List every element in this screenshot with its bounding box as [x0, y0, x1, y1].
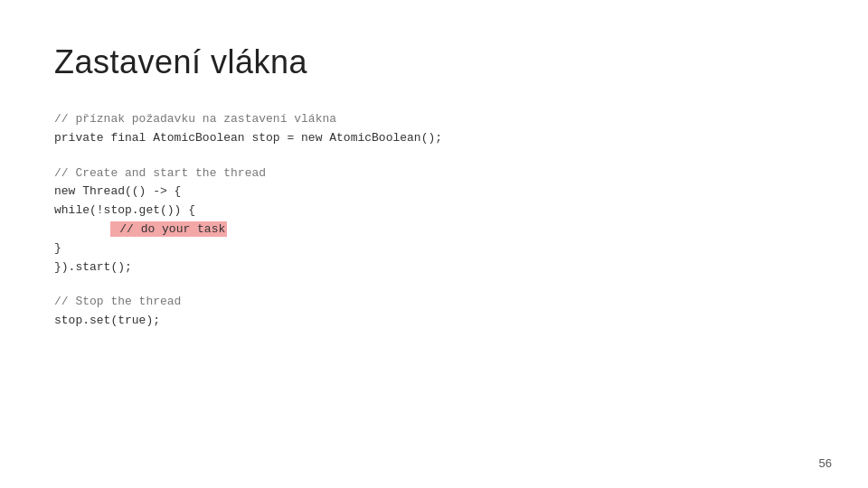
code-line-stop: stop.set(true);: [54, 312, 814, 331]
code-line-close-while: }: [54, 239, 814, 258]
code-line-while: while(!stop.get()) {: [54, 202, 814, 221]
code-line-thread-start: new Thread(() -> {: [54, 183, 814, 202]
code-line-1: private final AtomicBoolean stop = new A…: [54, 129, 814, 148]
code-line-task: // do your task: [54, 221, 814, 239]
slide-title: Zastavení vlákna: [54, 43, 814, 81]
code-section-1: // příznak požadavku na zastavení vlákna…: [54, 110, 814, 148]
code-section-2: // Create and start the thread new Threa…: [54, 164, 814, 277]
comment-2: // Create and start the thread: [54, 164, 814, 183]
code-line-close-thread: }).start();: [54, 258, 814, 277]
page-number: 56: [819, 456, 832, 470]
highlighted-code: // do your task: [110, 221, 227, 237]
code-block: // příznak požadavku na zastavení vlákna…: [54, 110, 814, 331]
code-section-3: // Stop the thread stop.set(true);: [54, 293, 814, 331]
comment-3: // Stop the thread: [54, 293, 814, 312]
comment-1: // příznak požadavku na zastavení vlákna: [54, 110, 814, 129]
slide: Zastavení vlákna // příznak požadavku na…: [0, 0, 868, 488]
